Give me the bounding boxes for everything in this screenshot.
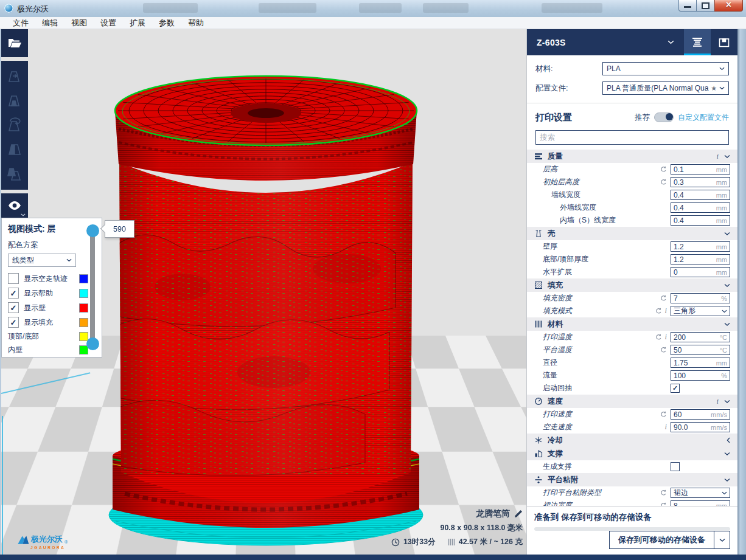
layer-slider-handle-bottom[interactable]	[86, 337, 99, 350]
save-options-chevron-button[interactable]	[714, 531, 730, 549]
chevron-down-icon[interactable]	[724, 399, 730, 404]
background-window-blur	[259, 3, 316, 13]
setting-input[interactable]: 0.4mm	[671, 215, 730, 226]
settings-section-shell[interactable]: 壳	[527, 227, 737, 240]
profile-label: 配置文件:	[535, 83, 602, 94]
legend-checkbox[interactable]	[8, 273, 19, 284]
setting-row: 启动回抽	[527, 382, 737, 395]
layer-slider-handle-top[interactable]	[86, 224, 99, 237]
menu-item[interactable]: 参数	[152, 17, 181, 29]
close-button[interactable]	[714, 0, 743, 12]
settings-section-quality[interactable]: 质量i	[527, 150, 737, 163]
chevron-down-icon[interactable]	[724, 452, 730, 456]
menu-item[interactable]: 扩展	[123, 17, 152, 29]
slice-stage-button[interactable]	[684, 29, 711, 55]
setting-input[interactable]: 0.4mm	[671, 202, 730, 213]
setting-input[interactable]: 7%	[671, 293, 730, 303]
rotate-tool-button[interactable]	[1, 113, 28, 137]
settings-section-speed[interactable]: 速度i	[527, 395, 737, 408]
setting-checkbox[interactable]	[671, 462, 680, 471]
profile-select[interactable]: PLA 普通质量(PLA Normal Qua ★	[602, 81, 729, 95]
chevron-down-icon[interactable]	[724, 283, 730, 288]
setting-input[interactable]: 90.0mm/s	[671, 422, 730, 432]
reset-icon[interactable]	[655, 308, 662, 314]
chevron-down-icon[interactable]	[724, 232, 730, 236]
layer-number-tooltip: 590	[105, 220, 134, 238]
setting-input[interactable]: 0.4mm	[671, 190, 730, 200]
setting-value: 200	[674, 333, 720, 342]
reset-icon[interactable]	[660, 347, 667, 353]
setting-input[interactable]: 60mm/s	[671, 409, 730, 420]
prepare-stage-button[interactable]	[711, 29, 737, 55]
sliced-model-preview[interactable]	[91, 68, 438, 555]
chevron-down-icon[interactable]	[724, 322, 730, 327]
reset-icon[interactable]	[660, 489, 667, 496]
rename-pencil-icon[interactable]	[514, 510, 523, 518]
color-scheme-select[interactable]: 线类型	[8, 254, 76, 267]
settings-section-material[interactable]: 材料	[527, 317, 737, 331]
setting-input[interactable]: 0.3mm	[671, 177, 730, 187]
setting-input[interactable]: 0mm	[671, 267, 730, 277]
reset-icon[interactable]	[660, 411, 667, 418]
machine-chevron-down-icon[interactable]	[668, 40, 674, 44]
setting-input[interactable]: 0.1mm	[671, 164, 730, 175]
settings-section-adhesion[interactable]: 平台粘附	[527, 473, 737, 486]
setting-value: 60	[674, 410, 711, 419]
info-icon[interactable]: i	[665, 333, 667, 341]
settings-section-cooling[interactable]: 冷却	[527, 434, 737, 447]
mirror-tool-button[interactable]	[1, 137, 28, 162]
scale-tool-button[interactable]	[1, 89, 28, 113]
legend-checkbox[interactable]	[8, 288, 19, 299]
legend-label: 内壁	[8, 345, 79, 355]
reset-icon[interactable]	[660, 295, 667, 302]
open-file-button[interactable]	[1, 29, 28, 57]
chevron-down-icon[interactable]	[724, 154, 730, 159]
menu-item[interactable]: 设置	[94, 17, 123, 29]
setting-label: 填充密度	[527, 293, 649, 303]
menu-item[interactable]: 文件	[6, 17, 35, 29]
setting-control: 7%	[671, 293, 730, 303]
custom-profile-link[interactable]: 自定义配置文件	[678, 112, 729, 123]
setting-input[interactable]: 200°C	[671, 332, 730, 342]
info-icon[interactable]: i	[717, 153, 719, 161]
maximize-button[interactable]	[697, 0, 714, 12]
menu-item[interactable]: 帮助	[181, 17, 211, 29]
legend-checkbox[interactable]	[8, 317, 19, 328]
setting-input[interactable]: 1.2mm	[671, 254, 730, 264]
viewport-3d[interactable]: 视图模式: 层 配色方案 线类型 显示空走轨迹显示帮助显示壁显示填充顶部/底部内…	[1, 29, 526, 555]
info-icon[interactable]: i	[665, 423, 667, 431]
reset-icon[interactable]	[660, 166, 667, 173]
color-scheme-label: 配色方案	[8, 240, 102, 251]
view-mode-button[interactable]	[1, 193, 28, 218]
recommended-custom-toggle[interactable]	[654, 112, 674, 122]
reset-icon[interactable]	[660, 179, 667, 185]
setting-control: 1.2mm	[671, 241, 730, 252]
setting-input[interactable]: 1.75mm	[671, 358, 730, 368]
layer-slider-track[interactable]	[90, 230, 95, 344]
legend-checkbox[interactable]	[8, 302, 19, 313]
menu-item[interactable]: 编辑	[35, 17, 64, 29]
reset-icon[interactable]	[655, 334, 662, 340]
info-icon[interactable]: i	[717, 398, 719, 406]
menu-item[interactable]: 视图	[64, 17, 94, 29]
section-header-icons	[724, 232, 730, 236]
settings-search-input[interactable]	[535, 130, 729, 145]
setting-select[interactable]: 裙边	[671, 488, 730, 498]
settings-section-infill[interactable]: 填充	[527, 278, 737, 292]
chevron-down-icon[interactable]	[724, 478, 730, 482]
setting-checkbox[interactable]	[671, 384, 680, 393]
move-tool-button[interactable]	[1, 64, 28, 89]
per-model-settings-button[interactable]	[1, 162, 28, 186]
save-to-removable-button[interactable]: 保存到可移动的存储设备	[609, 531, 714, 549]
settings-section-support[interactable]: 支撑	[527, 447, 737, 460]
setting-input[interactable]: 50°C	[671, 345, 730, 355]
setting-input[interactable]: 100%	[671, 370, 730, 381]
setting-select[interactable]: 三角形	[671, 306, 730, 316]
minimize-button[interactable]	[678, 0, 697, 12]
setting-row: 流量100%	[527, 369, 737, 382]
chevron-left-icon[interactable]	[727, 437, 730, 443]
info-icon[interactable]: i	[665, 307, 667, 315]
material-select[interactable]: PLA	[602, 62, 729, 75]
setting-input[interactable]: 1.2mm	[671, 241, 730, 252]
setting-label: 底部/顶部厚度	[527, 254, 649, 264]
